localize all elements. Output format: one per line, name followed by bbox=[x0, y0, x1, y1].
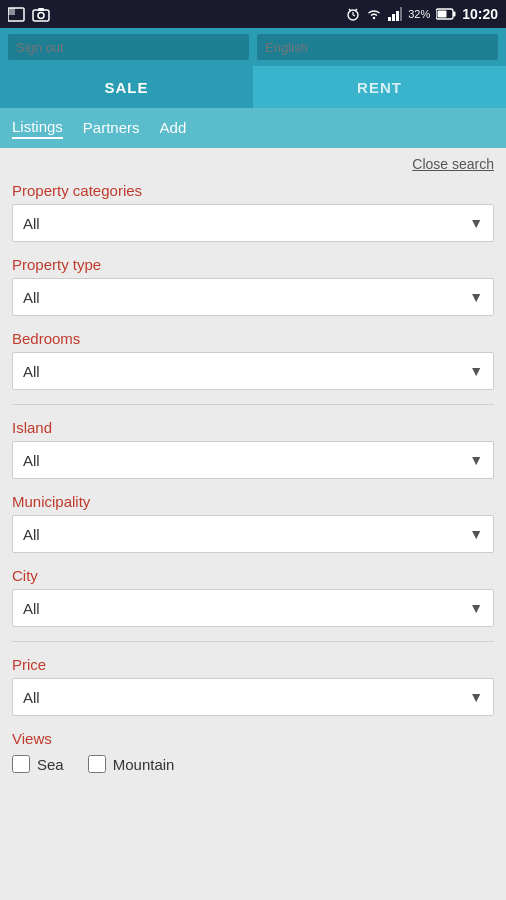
tab-sale[interactable]: SALE bbox=[0, 66, 253, 108]
status-icons bbox=[8, 6, 50, 22]
mountain-checkbox-item[interactable]: Mountain bbox=[88, 755, 175, 773]
wifi-icon bbox=[366, 7, 382, 21]
sea-checkbox-item[interactable]: Sea bbox=[12, 755, 64, 773]
battery-percent: 32% bbox=[408, 8, 430, 20]
svg-line-7 bbox=[353, 15, 355, 16]
header-bar bbox=[0, 28, 506, 66]
main-content: Close search Property categories All Res… bbox=[0, 148, 506, 900]
island-label: Island bbox=[12, 419, 494, 436]
svg-rect-15 bbox=[453, 12, 456, 17]
sea-checkbox[interactable] bbox=[12, 755, 30, 773]
status-right: 32% 10:20 bbox=[346, 6, 498, 22]
island-section: Island All Grand Cayman Cayman Brac Litt… bbox=[12, 419, 494, 479]
svg-rect-16 bbox=[438, 11, 447, 18]
views-section: Views Sea Mountain bbox=[12, 730, 494, 773]
property-categories-select[interactable]: All Residential Commercial Land bbox=[13, 205, 493, 241]
city-select-wrapper: All ▼ bbox=[12, 589, 494, 627]
svg-rect-12 bbox=[396, 11, 399, 21]
bedrooms-select-wrapper: All 1 2 3 4 5+ ▼ bbox=[12, 352, 494, 390]
language-input[interactable] bbox=[257, 34, 498, 60]
mountain-checkbox[interactable] bbox=[88, 755, 106, 773]
views-checkboxes: Sea Mountain bbox=[12, 755, 494, 773]
property-categories-section: Property categories All Residential Comm… bbox=[12, 182, 494, 242]
bedrooms-section: Bedrooms All 1 2 3 4 5+ ▼ bbox=[12, 330, 494, 390]
battery-icon bbox=[436, 8, 456, 20]
municipality-select[interactable]: All bbox=[13, 516, 493, 552]
price-label: Price bbox=[12, 656, 494, 673]
svg-point-3 bbox=[38, 13, 44, 19]
property-type-label: Property type bbox=[12, 256, 494, 273]
tab-bar: SALE RENT bbox=[0, 66, 506, 108]
municipality-select-wrapper: All ▼ bbox=[12, 515, 494, 553]
tab-rent[interactable]: RENT bbox=[253, 66, 506, 108]
property-type-select-wrapper: All Apartment House Villa Studio ▼ bbox=[12, 278, 494, 316]
municipality-section: Municipality All ▼ bbox=[12, 493, 494, 553]
gallery-icon bbox=[8, 6, 26, 22]
city-label: City bbox=[12, 567, 494, 584]
city-section: City All ▼ bbox=[12, 567, 494, 627]
sub-nav: Listings Partners Add bbox=[0, 108, 506, 148]
status-bar: 32% 10:20 bbox=[0, 0, 506, 28]
bedrooms-label: Bedrooms bbox=[12, 330, 494, 347]
sea-label: Sea bbox=[37, 756, 64, 773]
property-type-section: Property type All Apartment House Villa … bbox=[12, 256, 494, 316]
svg-rect-13 bbox=[400, 7, 402, 21]
camera-icon bbox=[32, 6, 50, 22]
property-categories-label: Property categories bbox=[12, 182, 494, 199]
time: 10:20 bbox=[462, 6, 498, 22]
price-select[interactable]: All Under 100K 100K-500K 500K-1M 1M+ bbox=[13, 679, 493, 715]
island-select-wrapper: All Grand Cayman Cayman Brac Little Caym… bbox=[12, 441, 494, 479]
price-select-wrapper: All Under 100K 100K-500K 500K-1M 1M+ ▼ bbox=[12, 678, 494, 716]
svg-rect-4 bbox=[38, 8, 44, 11]
views-label: Views bbox=[12, 730, 494, 747]
sign-out-input[interactable] bbox=[8, 34, 249, 60]
divider-1 bbox=[12, 404, 494, 405]
municipality-label: Municipality bbox=[12, 493, 494, 510]
svg-rect-11 bbox=[392, 14, 395, 21]
close-search-row: Close search bbox=[12, 156, 494, 172]
subnav-listings[interactable]: Listings bbox=[12, 118, 63, 139]
signal-icon bbox=[388, 7, 402, 21]
close-search-link[interactable]: Close search bbox=[412, 156, 494, 172]
divider-2 bbox=[12, 641, 494, 642]
svg-rect-2 bbox=[33, 10, 49, 21]
subnav-partners[interactable]: Partners bbox=[83, 119, 140, 138]
svg-rect-10 bbox=[388, 17, 391, 21]
bedrooms-select[interactable]: All 1 2 3 4 5+ bbox=[13, 353, 493, 389]
price-section: Price All Under 100K 100K-500K 500K-1M 1… bbox=[12, 656, 494, 716]
property-categories-select-wrapper: All Residential Commercial Land ▼ bbox=[12, 204, 494, 242]
property-type-select[interactable]: All Apartment House Villa Studio bbox=[13, 279, 493, 315]
mountain-label: Mountain bbox=[113, 756, 175, 773]
island-select[interactable]: All Grand Cayman Cayman Brac Little Caym… bbox=[13, 442, 493, 478]
alarm-icon bbox=[346, 7, 360, 21]
city-select[interactable]: All bbox=[13, 590, 493, 626]
svg-rect-1 bbox=[8, 8, 15, 15]
subnav-add[interactable]: Add bbox=[160, 119, 187, 138]
